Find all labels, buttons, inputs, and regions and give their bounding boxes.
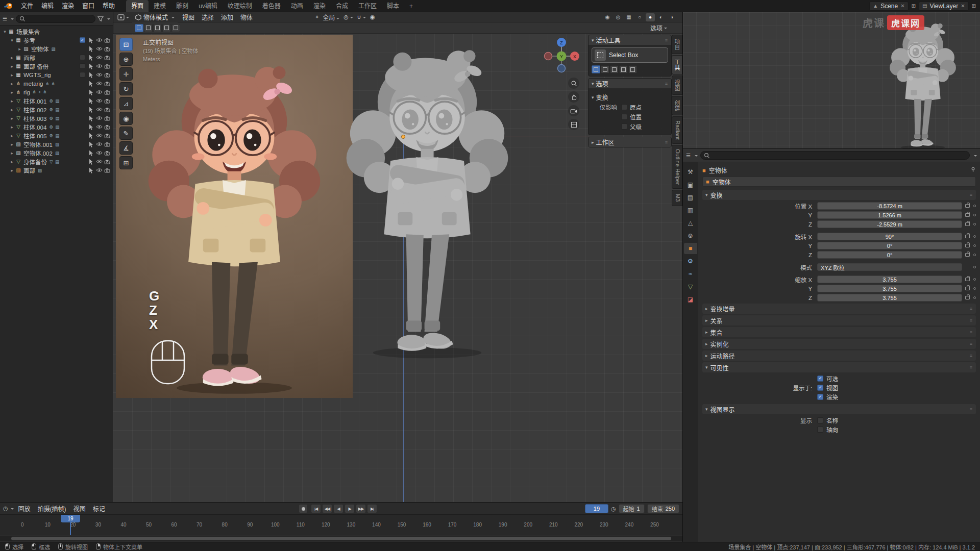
outliner-row-empty[interactable]: ▸ ▨ 空物体 ▨: [0, 44, 113, 53]
expand-arrow-icon[interactable]: ▸: [9, 159, 15, 164]
outliner-row-face-collection[interactable]: ▸ ▦ 面部: [0, 53, 113, 62]
use-preview-range-clock-icon[interactable]: ◷: [611, 506, 616, 512]
render-visibility-camera-toggle-icon[interactable]: [103, 63, 111, 69]
selectable-toggle-icon[interactable]: [87, 159, 95, 165]
frame-end-field[interactable]: 结束 250: [647, 504, 679, 513]
lock-icon[interactable]: [965, 287, 970, 290]
play-button[interactable]: ▶: [345, 504, 355, 513]
visibility-eye-toggle-icon[interactable]: [95, 55, 103, 61]
render-visibility-camera-toggle-icon[interactable]: [103, 81, 111, 87]
viewport-menu-item[interactable]: 添加: [217, 13, 237, 21]
outliner-row-scene-collection[interactable]: ▾ ▦ 场景集合: [0, 27, 113, 36]
collection-checkbox[interactable]: [80, 72, 85, 78]
checkbox-icon[interactable]: [621, 104, 627, 110]
output-tab[interactable]: ▤: [684, 192, 697, 203]
workspace-tab[interactable]: 脚本: [382, 0, 404, 12]
pin-icon[interactable]: [970, 167, 976, 174]
select-mode-intersect[interactable]: [172, 24, 180, 32]
render-visibility-camera-toggle-icon[interactable]: [103, 107, 111, 113]
rotate-tool[interactable]: ↻: [119, 82, 133, 95]
selectable-toggle-icon[interactable]: [87, 141, 95, 147]
collapse-arrow-icon[interactable]: ▾: [592, 95, 594, 100]
orientation-dropdown[interactable]: 全局: [323, 13, 339, 21]
outliner-row-body-backup[interactable]: ▸ ▽ 身体备份 ▽ ▤: [0, 157, 113, 166]
clay-model[interactable]: [322, 38, 533, 359]
overlays-toggle[interactable]: ◎: [614, 13, 623, 21]
expand-arrow-icon[interactable]: ▸: [9, 151, 15, 156]
timeline-scrollbar-thumb[interactable]: [11, 537, 671, 540]
selectable-toggle-icon[interactable]: [87, 72, 95, 78]
expand-arrow-icon[interactable]: ▾: [9, 38, 15, 43]
expand-arrow-icon[interactable]: ▸: [9, 124, 15, 130]
visibility-eye-toggle-icon[interactable]: [95, 150, 103, 156]
viewport-menu-item[interactable]: 物体: [237, 13, 256, 21]
value-field[interactable]: 0°: [817, 251, 962, 259]
material-tab[interactable]: ◪: [684, 294, 697, 305]
visibility-eye-toggle-icon[interactable]: [95, 46, 103, 52]
value-field[interactable]: 3.755: [817, 276, 962, 283]
gizmo-neg-z-axis[interactable]: [558, 65, 566, 72]
animate-dot-icon[interactable]: [973, 205, 976, 207]
viewport-display-section-header[interactable]: ▾ 视图显示 ≡: [702, 404, 976, 414]
render-tab[interactable]: ▣: [684, 179, 697, 190]
outliner-row-cylinder-002[interactable]: ▸ ▽ 柱体.002 ⚙ ▤: [0, 105, 113, 114]
selectable-toggle-icon[interactable]: [87, 89, 95, 95]
shading-wireframe[interactable]: ○: [635, 13, 644, 21]
selectable-toggle-icon[interactable]: [87, 124, 95, 130]
collection-checkbox[interactable]: [80, 63, 85, 69]
workspace-tab[interactable]: 建模: [149, 0, 171, 12]
camera-view-icon[interactable]: [568, 105, 579, 116]
next-keyframe-button[interactable]: ▶▶: [356, 504, 366, 513]
outliner-row-reference[interactable]: ▾ ▦ 参考 ✓: [0, 36, 113, 44]
view-layer-tab[interactable]: ▥: [684, 205, 697, 216]
animate-dot-icon[interactable]: [973, 278, 976, 281]
collection-checkbox[interactable]: [80, 55, 85, 60]
select-mode-intersect[interactable]: [628, 65, 637, 73]
visibility-eye-toggle-icon[interactable]: [95, 98, 103, 104]
render-visibility-camera-toggle-icon[interactable]: [103, 89, 111, 95]
expand-arrow-icon[interactable]: ▸: [9, 168, 15, 173]
render-visibility-camera-toggle-icon[interactable]: [103, 133, 111, 139]
selectable-toggle-icon[interactable]: [87, 167, 95, 173]
animate-dot-icon[interactable]: [973, 266, 976, 268]
checkbox-icon[interactable]: [621, 123, 627, 130]
selectable-toggle-icon[interactable]: [87, 63, 95, 69]
workspace-tab[interactable]: 着色器: [257, 0, 286, 12]
sidebar-tab-radiant[interactable]: Radiant: [672, 116, 682, 144]
gizmo-neg-x-axis[interactable]: [545, 53, 552, 60]
lock-icon[interactable]: [965, 278, 970, 281]
render-visibility-camera-toggle-icon[interactable]: [103, 150, 111, 156]
remove-viewlayer-icon[interactable]: ✕: [961, 3, 965, 9]
animate-dot-icon[interactable]: [973, 223, 976, 226]
secondary-3d-viewport[interactable]: 虎课 虎课网: [682, 12, 980, 149]
checkbox-icon[interactable]: [817, 417, 823, 423]
timeline-menu-item[interactable]: 拍摄(插帧): [34, 504, 70, 513]
workspace-tab[interactable]: 工作区: [353, 0, 382, 12]
outliner-row-empty-002[interactable]: ▸ ▨ 空物体.002 ▨: [0, 148, 113, 157]
outliner-row-metarig[interactable]: ▸ ⋔ metarig ⋔ ⋔: [0, 79, 113, 88]
outliner-row-cylinder-001[interactable]: ▸ ▽ 柱体.001 ⚙ ▤: [0, 96, 113, 105]
animate-dot-icon[interactable]: [973, 296, 976, 299]
outliner-row-cylinder-003[interactable]: ▸ ▽ 柱体.003 ⚙ ▤: [0, 114, 113, 122]
play-reverse-button[interactable]: ◀: [333, 504, 344, 513]
render-visibility-camera-toggle-icon[interactable]: [103, 124, 111, 130]
selectable-toggle-icon[interactable]: [87, 150, 95, 156]
visibility-eye-toggle-icon[interactable]: [95, 81, 103, 87]
select-mode-invert[interactable]: [162, 24, 171, 32]
workspace-tab[interactable]: 合成: [331, 0, 353, 12]
render-visibility-camera-toggle-icon[interactable]: [103, 37, 111, 43]
viewlayer-selector[interactable]: ▤ ViewLayer ✕: [919, 2, 969, 11]
expand-arrow-icon[interactable]: ▸: [9, 142, 15, 147]
animate-dot-icon[interactable]: [973, 214, 976, 216]
active-tool-display[interactable]: Select Box: [592, 47, 668, 63]
scale-tool[interactable]: ⊿: [119, 97, 133, 110]
measure-tool[interactable]: ∡: [119, 141, 133, 155]
timeline-menu-item[interactable]: 视图: [70, 504, 89, 513]
checkbox-icon[interactable]: ✓: [817, 394, 823, 400]
object-tab[interactable]: ■: [684, 243, 697, 254]
affect-checkbox-row[interactable]: 原点: [621, 103, 642, 111]
shading-solid[interactable]: ●: [646, 13, 655, 21]
section-instancing[interactable]: ▸ 实例化 ≡: [702, 339, 976, 349]
workspace-panel-header[interactable]: ▸ 工作区 ≡: [589, 137, 671, 147]
jump-to-end-button[interactable]: ▶|: [367, 504, 377, 513]
